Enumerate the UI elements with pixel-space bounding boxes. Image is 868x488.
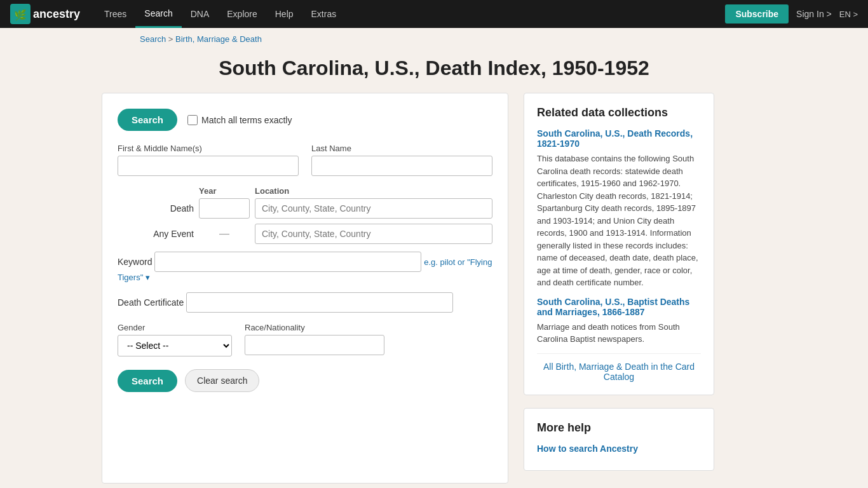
related-link-1[interactable]: South Carolina, U.S., Death Records, 182… [537,128,701,149]
nav-trees[interactable]: Trees [95,0,135,28]
logo[interactable]: 🌿 ancestry [10,4,80,24]
nav-explore[interactable]: Explore [218,0,266,28]
death-row: Death [118,198,492,219]
related-link-2-desc: Marriage and death notices from South Ca… [537,321,701,346]
gender-label: Gender [118,323,232,332]
last-name-input[interactable] [311,156,492,176]
subscribe-button[interactable]: Subscribe [725,4,789,24]
nav-links: Trees Search DNA Explore Help Extras [95,0,725,28]
nav-right: Subscribe Sign In > EN > [725,4,858,24]
gender-race-row: Gender -- Select -- Male Female Race/Nat… [118,323,492,356]
keyword-input[interactable] [154,252,421,272]
search-button-top[interactable]: Search [118,109,177,131]
death-cert-input[interactable] [186,292,453,313]
race-label: Race/Nationality [245,323,492,332]
death-label: Death [118,203,194,214]
any-event-label: Any Event [118,229,194,239]
breadcrumb-root[interactable]: Search [140,34,166,44]
first-middle-input[interactable] [118,156,299,176]
page-title: South Carolina, U.S., Death Index, 1950-… [0,57,868,80]
location-col-header: Location [255,186,492,196]
related-title: Related data collections [537,106,701,119]
first-middle-group: First & Middle Name(s) [118,144,299,176]
last-name-group: Last Name [311,144,492,176]
breadcrumb-separator: > [168,34,175,44]
search-form: Search Match all terms exactly First & M… [102,93,508,484]
search-button-bottom[interactable]: Search [118,370,177,392]
keyword-section: Keyword e.g. pilot or "Flying Tigers" ▾ [118,252,492,282]
search-top-bar: Search Match all terms exactly [118,109,492,131]
more-help-card: More help How to search Ancestry [524,408,714,471]
match-checkbox[interactable] [187,115,198,125]
gender-group: Gender -- Select -- Male Female [118,323,232,356]
year-loc-header: Year Location [118,186,492,196]
gender-select[interactable]: -- Select -- Male Female [118,335,232,356]
clear-search-button[interactable]: Clear search [185,369,259,392]
breadcrumb-current[interactable]: Birth, Marriage & Death [175,34,262,44]
death-year-input[interactable] [199,198,250,219]
related-collections-card: Related data collections South Carolina,… [524,93,714,395]
breadcrumb: Search > Birth, Marriage & Death [0,28,868,50]
keyword-label: Keyword [118,257,152,267]
first-middle-label: First & Middle Name(s) [118,144,299,153]
nav-extras[interactable]: Extras [302,0,346,28]
year-col-header: Year [199,186,250,196]
any-event-row: Any Event — [118,224,492,244]
event-dash: — [199,228,250,240]
page-title-section: South Carolina, U.S., Death Index, 1950-… [0,50,868,93]
sidebar: Related data collections South Carolina,… [524,93,714,484]
more-help-title: More help [537,421,701,435]
how-to-search-link[interactable]: How to search Ancestry [537,444,701,454]
nav-search[interactable]: Search [135,0,181,28]
all-birth-death-link[interactable]: All Birth, Marriage & Death in the Card … [537,362,701,382]
main-layout: Search Match all terms exactly First & M… [0,93,868,488]
death-cert-label: Death Certificate [118,297,184,308]
death-cert-section: Death Certificate [118,292,492,313]
any-event-location-input[interactable] [255,224,492,244]
language-selector[interactable]: EN > [839,10,858,19]
nav-help[interactable]: Help [266,0,302,28]
svg-text:🌿: 🌿 [14,9,27,21]
last-name-label: Last Name [311,144,492,153]
match-label[interactable]: Match all terms exactly [187,115,292,125]
logo-text: ancestry [33,8,80,21]
race-input[interactable] [245,335,384,355]
name-row: First & Middle Name(s) Last Name [118,144,492,176]
related-link-1-desc: This database contains the following Sou… [537,152,701,289]
bottom-buttons: Search Clear search [118,369,492,392]
death-location-input[interactable] [255,198,492,219]
signin-link[interactable]: Sign In > [796,9,832,19]
navbar: 🌿 ancestry Trees Search DNA Explore Help… [0,0,868,28]
race-group: Race/Nationality [245,323,492,356]
nav-dna[interactable]: DNA [182,0,219,28]
match-text: Match all terms exactly [201,115,292,125]
sidebar-divider [537,353,701,354]
related-link-2[interactable]: South Carolina, U.S., Baptist Deaths and… [537,297,701,317]
